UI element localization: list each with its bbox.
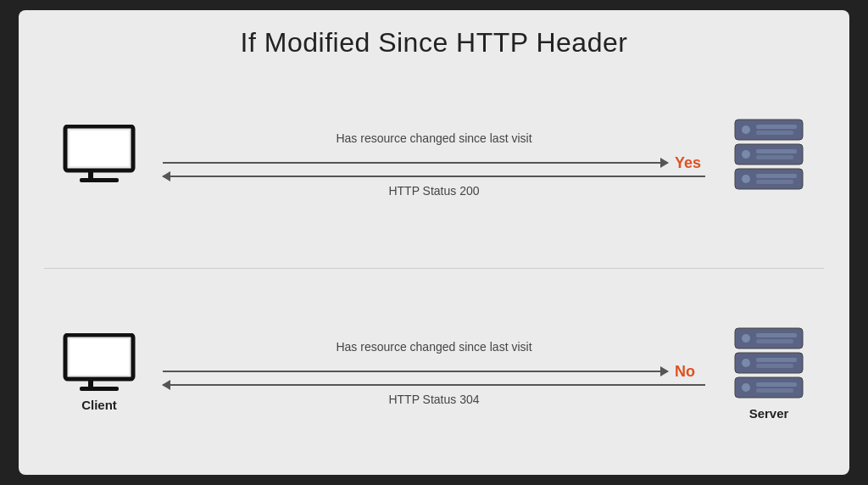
status-2: HTTP Status 304 bbox=[388, 393, 479, 406]
svg-rect-1 bbox=[70, 131, 129, 166]
arrow-right-row-1: Yes bbox=[163, 154, 705, 172]
svg-rect-27 bbox=[756, 364, 793, 368]
svg-point-9 bbox=[742, 150, 750, 159]
svg-rect-18 bbox=[88, 379, 93, 387]
svg-rect-14 bbox=[756, 125, 797, 129]
server-area-1: Server bbox=[714, 116, 824, 212]
middle-1: Has resource changed since last visit Ye… bbox=[154, 131, 714, 198]
scenario-1: Client Has resource changed since last v… bbox=[44, 79, 824, 249]
response-label-1: Yes bbox=[675, 154, 705, 172]
monitor-icon-2 bbox=[61, 333, 137, 393]
svg-rect-10 bbox=[756, 149, 797, 153]
middle-2: Has resource changed since last visit No… bbox=[154, 339, 714, 406]
svg-rect-23 bbox=[756, 388, 793, 393]
svg-rect-31 bbox=[756, 339, 793, 343]
svg-rect-19 bbox=[80, 387, 119, 391]
scenarios-container: Client Has resource changed since last v… bbox=[44, 79, 824, 458]
status-1: HTTP Status 200 bbox=[388, 184, 479, 198]
svg-point-25 bbox=[742, 359, 750, 367]
server-label-2: Server bbox=[749, 406, 789, 421]
client-area-1: Client bbox=[44, 125, 154, 203]
arrow-right-line-2 bbox=[163, 371, 668, 372]
server-icon-1 bbox=[731, 116, 807, 192]
svg-point-29 bbox=[742, 334, 750, 343]
svg-rect-15 bbox=[756, 131, 793, 135]
question-1: Has resource changed since last visit bbox=[336, 131, 531, 148]
divider bbox=[44, 268, 824, 269]
question-2: Has resource changed since last visit bbox=[336, 339, 531, 356]
svg-rect-22 bbox=[756, 382, 797, 387]
svg-rect-6 bbox=[756, 174, 797, 178]
server-icon-2 bbox=[731, 325, 807, 401]
arrow-left-line-2 bbox=[163, 384, 705, 386]
arrow-left-row-2 bbox=[163, 384, 705, 386]
svg-rect-26 bbox=[756, 358, 797, 362]
arrow-left-line-1 bbox=[163, 176, 705, 177]
svg-rect-3 bbox=[80, 178, 119, 182]
svg-rect-17 bbox=[70, 339, 129, 375]
svg-rect-2 bbox=[88, 170, 93, 179]
page-title: If Modified Since HTTP Header bbox=[241, 27, 628, 59]
svg-point-5 bbox=[742, 175, 750, 183]
svg-rect-7 bbox=[756, 180, 793, 184]
scenario-2: Client Has resource changed since last v… bbox=[44, 287, 824, 458]
svg-point-13 bbox=[742, 125, 750, 134]
server-area-2: Server bbox=[714, 325, 824, 421]
client-label-2: Client bbox=[81, 398, 117, 412]
response-label-2: No bbox=[675, 363, 705, 381]
svg-point-21 bbox=[742, 383, 750, 392]
arrow-right-line-1 bbox=[163, 162, 668, 164]
svg-rect-11 bbox=[756, 155, 793, 159]
svg-rect-30 bbox=[756, 333, 797, 337]
monitor-icon-1 bbox=[61, 125, 137, 184]
card: If Modified Since HTTP Header Client Has… bbox=[19, 10, 849, 475]
arrow-right-row-2: No bbox=[163, 363, 705, 381]
client-area-2: Client bbox=[44, 333, 154, 412]
arrow-left-row-1 bbox=[163, 176, 705, 177]
